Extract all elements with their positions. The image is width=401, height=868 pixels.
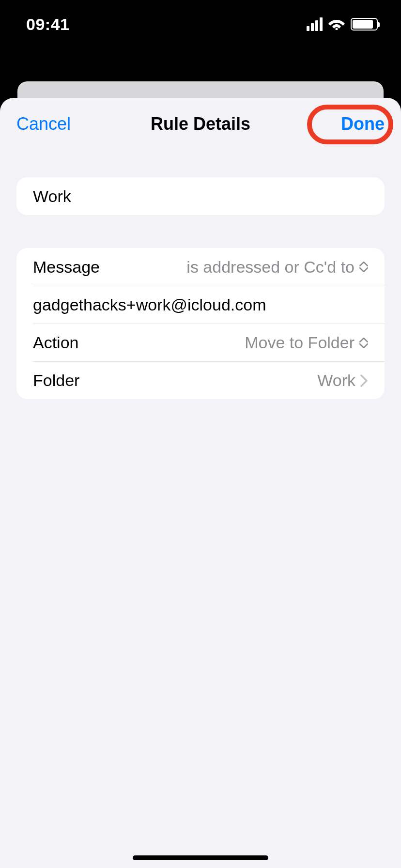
rule-settings-group: Message is addressed or Cc'd to Action M…	[16, 248, 385, 399]
svg-point-0	[336, 28, 338, 31]
status-bar: 09:41	[0, 0, 401, 48]
chevron-right-icon	[360, 374, 368, 387]
battery-icon	[351, 18, 378, 31]
nav-bar: Cancel Rule Details Done	[0, 98, 401, 150]
action-value: Move to Folder	[245, 333, 355, 352]
folder-row[interactable]: Folder Work	[33, 361, 385, 399]
folder-value: Work	[317, 371, 355, 390]
cancel-button[interactable]: Cancel	[16, 114, 71, 134]
rule-name-group	[16, 177, 385, 215]
folder-label: Folder	[33, 371, 79, 390]
address-row[interactable]	[33, 286, 385, 324]
home-indicator[interactable]	[133, 855, 268, 860]
message-condition-row[interactable]: Message is addressed or Cc'd to	[16, 248, 385, 286]
action-label: Action	[33, 333, 79, 352]
updown-icon	[359, 338, 368, 348]
action-row[interactable]: Action Move to Folder	[33, 324, 385, 361]
updown-icon	[359, 262, 368, 272]
status-indicators	[307, 17, 378, 31]
modal-sheet: Cancel Rule Details Done Message is addr…	[0, 98, 401, 868]
status-time: 09:41	[26, 15, 69, 34]
rule-name-input[interactable]	[33, 187, 368, 206]
wifi-icon	[328, 18, 345, 30]
cellular-icon	[307, 17, 323, 31]
address-input[interactable]	[33, 295, 368, 314]
done-highlight-annotation	[307, 105, 393, 144]
rule-name-row[interactable]	[16, 177, 385, 215]
message-label: Message	[33, 258, 100, 277]
message-condition-value: is addressed or Cc'd to	[186, 258, 355, 277]
